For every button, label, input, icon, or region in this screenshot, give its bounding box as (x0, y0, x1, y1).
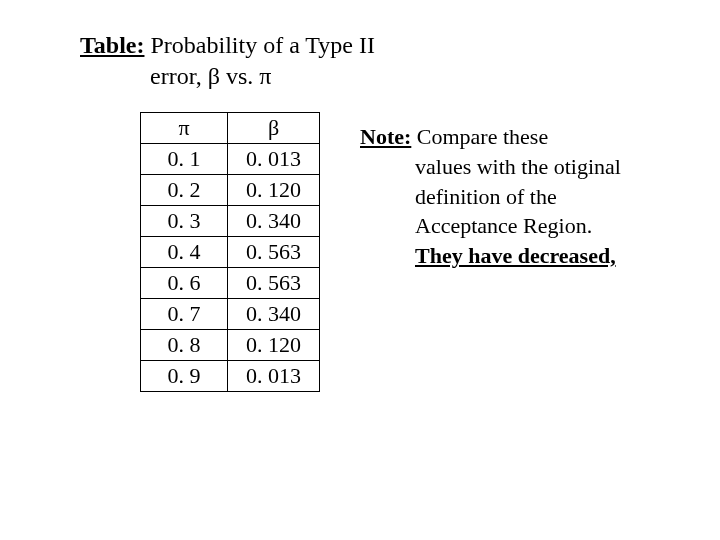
title-text-2a: error, (150, 63, 208, 89)
note-text-a: Compare these (411, 124, 548, 149)
title-text-1: Probability of a Type II (144, 32, 375, 58)
cell-pi: 0. 6 (141, 268, 228, 299)
table-row: 0. 6 0. 563 (141, 268, 320, 299)
title-label: Table: (80, 32, 144, 58)
table-row: 0. 9 0. 013 (141, 361, 320, 392)
table-row: 0. 8 0. 120 (141, 330, 320, 361)
cell-beta: 0. 563 (228, 237, 320, 268)
beta-symbol: β (208, 63, 220, 89)
table-row: 0. 2 0. 120 (141, 175, 320, 206)
cell-beta: 0. 013 (228, 361, 320, 392)
title: Table: Probability of a Type II error, β… (80, 30, 660, 92)
content-area: π β 0. 1 0. 013 0. 2 0. 120 0. 3 0. 340 … (60, 112, 660, 392)
table-header-row: π β (141, 113, 320, 144)
note-text-b: values with the otiginal definition of t… (415, 154, 621, 238)
cell-pi: 0. 1 (141, 144, 228, 175)
cell-beta: 0. 563 (228, 268, 320, 299)
cell-beta: 0. 340 (228, 206, 320, 237)
cell-beta: 0. 340 (228, 299, 320, 330)
note: Note: Compare these values with the otig… (360, 112, 640, 270)
title-line2: error, β vs. π (150, 63, 271, 89)
table-row: 0. 3 0. 340 (141, 206, 320, 237)
note-emph: They have decreased, (415, 243, 616, 268)
probability-table: π β 0. 1 0. 013 0. 2 0. 120 0. 3 0. 340 … (140, 112, 320, 392)
cell-pi: 0. 3 (141, 206, 228, 237)
title-vs: vs. (220, 63, 259, 89)
cell-pi: 0. 9 (141, 361, 228, 392)
note-label: Note: (360, 124, 411, 149)
cell-pi: 0. 8 (141, 330, 228, 361)
cell-beta: 0. 120 (228, 330, 320, 361)
cell-pi: 0. 2 (141, 175, 228, 206)
cell-pi: 0. 7 (141, 299, 228, 330)
table-row: 0. 7 0. 340 (141, 299, 320, 330)
header-pi: π (141, 113, 228, 144)
note-indent: values with the otiginal definition of t… (415, 152, 640, 271)
table-row: 0. 1 0. 013 (141, 144, 320, 175)
pi-symbol: π (259, 63, 271, 89)
cell-beta: 0. 120 (228, 175, 320, 206)
header-beta: β (228, 113, 320, 144)
cell-pi: 0. 4 (141, 237, 228, 268)
cell-beta: 0. 013 (228, 144, 320, 175)
table-row: 0. 4 0. 563 (141, 237, 320, 268)
